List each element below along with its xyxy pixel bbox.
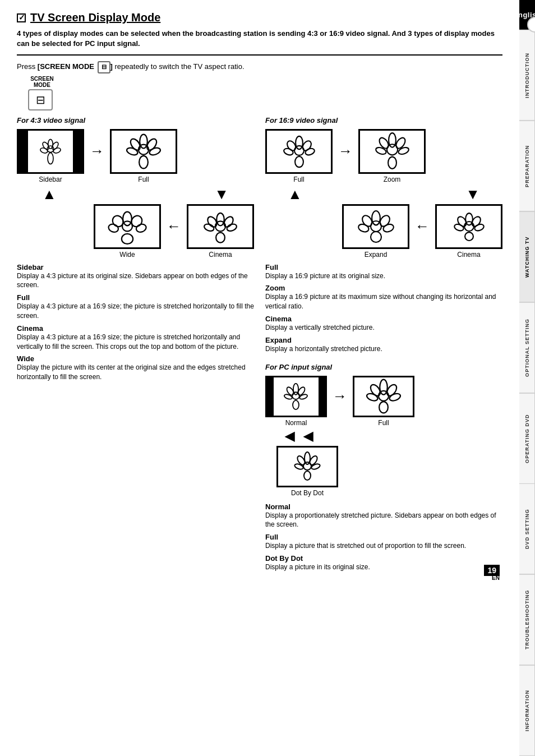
svg-point-28 — [295, 156, 303, 167]
arrow-down-169: ▼ — [465, 186, 480, 203]
desc-sidebar-title: Sidebar — [17, 263, 254, 271]
desc-wide-title: Wide — [17, 354, 254, 363]
label-expand: Expand — [365, 251, 388, 259]
main-content: TV Screen Display Mode 4 types of displa… — [0, 0, 519, 587]
svg-point-13 — [149, 146, 162, 156]
flower-svg-wide — [102, 207, 153, 246]
svg-point-30 — [296, 136, 303, 149]
svg-point-69 — [389, 392, 402, 402]
label-cinema-169: Cinema — [457, 251, 480, 259]
screen-sidebar: Sidebar — [17, 129, 84, 183]
svg-point-34 — [304, 147, 315, 156]
svg-point-12 — [126, 146, 139, 156]
page-num: 19 — [484, 565, 500, 576]
screen-normal-pc: Normal — [265, 376, 327, 427]
flower-svg-full-pc — [358, 378, 409, 414]
diagram-169-top: Full → — [265, 129, 502, 183]
svg-point-41 — [397, 146, 409, 156]
arrow-down-right: ▼ — [214, 186, 229, 203]
screen-cinema-169: Cinema — [435, 204, 502, 259]
arrow-right-169: → — [336, 142, 355, 160]
screen-mode-icon: ⊟ — [28, 89, 53, 110]
desc-zoom-text: Display a 16:9 picture at its maximum si… — [265, 292, 502, 311]
screen-dotbydot-box — [276, 446, 338, 487]
screen-full-pc-box — [353, 376, 414, 417]
flower-svg-cinema — [195, 207, 246, 246]
svg-point-65 — [380, 380, 388, 395]
svg-point-76 — [311, 463, 321, 471]
diagram-43-bottom-row: Cinema ← — [17, 204, 254, 259]
tab-optional-setting[interactable]: OPTIONAL SETTING — [519, 302, 535, 393]
screen-wide-43: Wide — [94, 204, 161, 259]
svg-point-23 — [123, 211, 132, 225]
svg-point-14 — [216, 232, 225, 242]
svg-point-48 — [473, 223, 485, 232]
label-zoom: Zoom — [384, 176, 401, 183]
col-right: For 16:9 video signal — [265, 116, 502, 575]
desc-43: Sidebar Display a 4:3 picture at its ori… — [17, 263, 254, 382]
screen-dotbydot: Dot By Dot — [276, 446, 338, 497]
label-normal: Normal — [285, 419, 307, 427]
desc-full-pc-title: Full — [265, 533, 502, 541]
desc-cinema-43-title: Cinema — [17, 324, 254, 333]
arrow-up-left: ▲ — [42, 186, 57, 203]
screen-cinema-169-box — [435, 204, 502, 249]
tab-operating-dvd[interactable]: OPERATING DVD — [519, 393, 535, 484]
svg-point-33 — [283, 147, 294, 156]
label-full-169: Full — [293, 176, 304, 183]
flower-svg-1 — [36, 137, 64, 165]
screen-normal-pc-box — [265, 376, 327, 417]
tab-watching-tv[interactable]: WATCHING TV — [519, 211, 535, 302]
desc-dotbydot-title: Dot By Dot — [265, 554, 502, 563]
svg-point-62 — [299, 393, 308, 400]
diagram-43-mid-arrows: ▲ ▼ — [17, 186, 254, 203]
svg-point-20 — [226, 223, 238, 232]
desc-169: Full Display a 16:9 picture at its origi… — [265, 263, 502, 354]
tab-preparation[interactable]: PREPARATION — [519, 121, 535, 211]
desc-sidebar-text: Display a 4:3 picture at its original si… — [17, 271, 254, 291]
screen-sidebar-box — [17, 129, 84, 174]
svg-point-55 — [382, 223, 394, 233]
label-full-pc: Full — [378, 419, 389, 427]
screen-expand-169-box — [342, 204, 409, 249]
arrow-left-169: ← — [413, 218, 432, 235]
svg-point-56 — [293, 400, 299, 409]
desc-pc: Normal Display a proportionately stretch… — [265, 503, 502, 572]
flower-svg-expand — [349, 208, 403, 246]
desc-cinema-169-text: Display a vertically stretched picture. — [265, 323, 502, 333]
mode-btn-icon: ⊟ — [98, 61, 110, 73]
tab-information[interactable]: INFORMATION — [519, 665, 535, 756]
diagram-169-mid-arrows: ▲ ▼ — [265, 186, 502, 203]
title-divider — [17, 54, 502, 56]
signal-169-section: For 16:9 video signal — [265, 116, 502, 354]
screen-expand-169: Expand — [342, 204, 409, 259]
label-wide-43: Wide — [119, 251, 135, 259]
svg-point-21 — [122, 234, 133, 244]
arrow-up-169: ▲ — [288, 186, 302, 203]
diagram-pc-arrows: ◀ ◀ — [265, 429, 502, 444]
diagram-169: Full → — [265, 129, 502, 259]
svg-point-26 — [107, 223, 119, 233]
desc-full-pc-text: Display a picture that is stretched out … — [265, 541, 502, 551]
col-43-signal: For 4:3 video signal — [17, 116, 254, 575]
section-tabs: INTRODUCTION PREPARATION WATCHING TV OPT… — [519, 30, 535, 756]
flower-svg-zoom — [368, 130, 416, 172]
screen-cinema-43: Cinema — [187, 204, 254, 259]
screen-full-169-box — [265, 129, 333, 174]
svg-point-63 — [379, 402, 388, 413]
diagram-pc: Normal → — [265, 376, 502, 497]
svg-point-9 — [140, 134, 147, 148]
arrow-right-43-top: → — [87, 142, 107, 160]
tab-introduction[interactable]: INTRODUCTION — [519, 30, 535, 121]
svg-point-27 — [135, 223, 147, 233]
flower-svg-2 — [118, 132, 169, 171]
desc-dotbydot-text: Display a picture in its original size. — [265, 563, 502, 572]
desc-normal-title: Normal — [265, 503, 502, 511]
label-dotbydot: Dot By Dot — [291, 489, 324, 497]
tab-dvd-setting[interactable]: DVD SETTING — [519, 483, 535, 574]
screen-zoom-169-box — [358, 129, 426, 174]
page-number-block: 19 EN — [484, 566, 500, 581]
tab-troubleshooting[interactable]: TROUBLESHOOTING — [519, 574, 535, 665]
screen-sidebar-inner — [28, 131, 73, 172]
svg-point-19 — [203, 223, 215, 232]
